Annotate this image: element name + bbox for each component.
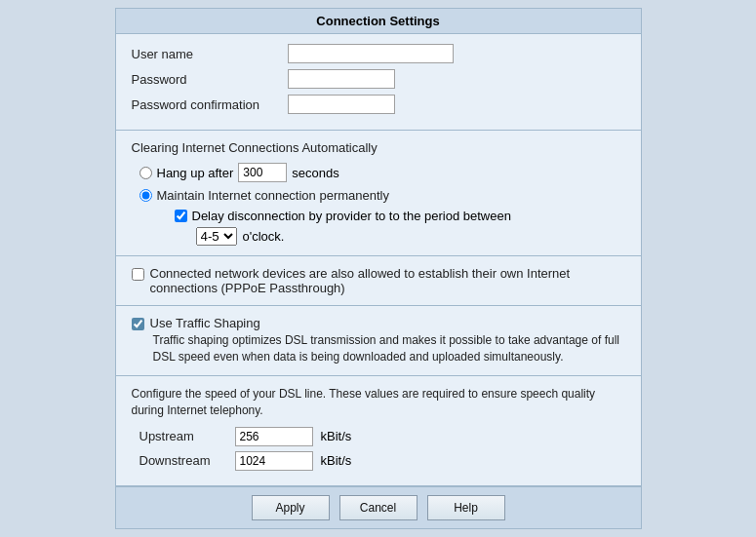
delay-time-row: 4-5 5-6 6-7 7-8 o'clock.: [196, 227, 625, 246]
hangup-radio[interactable]: [139, 167, 152, 179]
upstream-label: Upstream: [139, 429, 227, 443]
hangup-unit: seconds: [292, 166, 338, 180]
password-input[interactable]: [288, 69, 395, 89]
credentials-section: User name Password Password confirmation: [116, 34, 641, 131]
panel-title: Connection Settings: [316, 14, 439, 28]
hangup-row: Hang up after seconds: [139, 163, 625, 182]
username-label: User name: [132, 47, 288, 61]
hangup-label: Hang up after: [157, 166, 234, 180]
delay-unit: o'clock.: [243, 229, 285, 244]
maintain-radio[interactable]: [139, 189, 152, 202]
upstream-input[interactable]: [235, 427, 313, 446]
clearing-section: Clearing Internet Connections Automatica…: [116, 131, 641, 256]
passthrough-section: Connected network devices are also allow…: [116, 256, 641, 306]
password-confirm-label: Password confirmation: [132, 97, 288, 112]
upstream-unit: kBit/s: [321, 429, 352, 443]
delay-label: Delay disconnection by provider to to th…: [192, 209, 511, 223]
upstream-row: Upstream kBit/s: [139, 427, 625, 446]
hangup-input[interactable]: [238, 163, 287, 182]
password-confirm-input[interactable]: [288, 95, 395, 114]
panel-header: Connection Settings: [116, 9, 641, 34]
main-panel: Connection Settings User name Password P…: [115, 8, 642, 528]
traffic-checkbox[interactable]: [132, 318, 144, 330]
help-button[interactable]: Help: [427, 495, 505, 520]
maintain-row: Maintain Internet connection permanently: [139, 188, 625, 203]
delay-checkbox[interactable]: [175, 210, 187, 222]
traffic-checkbox-row: Use Traffic Shaping: [132, 316, 625, 330]
dsl-description: Configure the speed of your DSL line. Th…: [132, 386, 625, 419]
dsl-section: Configure the speed of your DSL line. Th…: [116, 376, 641, 486]
delay-select[interactable]: 4-5 5-6 6-7 7-8: [196, 227, 237, 246]
downstream-label: Downstream: [139, 453, 227, 468]
delay-row: Delay disconnection by provider to to th…: [175, 209, 625, 223]
downstream-row: Downstream kBit/s: [139, 451, 625, 471]
cancel-button[interactable]: Cancel: [339, 495, 418, 520]
passthrough-checkbox[interactable]: [132, 268, 144, 281]
apply-button[interactable]: Apply: [252, 495, 330, 520]
password-row: Password: [132, 69, 625, 89]
passthrough-row: Connected network devices are also allow…: [132, 266, 625, 295]
traffic-description: Traffic shaping optimizes DSL transmissi…: [153, 332, 625, 365]
username-row: User name: [132, 44, 625, 63]
password-confirm-row: Password confirmation: [132, 95, 625, 114]
connection-settings-panel: Connection Settings User name Password P…: [115, 8, 642, 528]
downstream-unit: kBit/s: [321, 453, 352, 468]
downstream-input[interactable]: [235, 451, 313, 471]
traffic-label: Use Traffic Shaping: [150, 316, 260, 330]
passthrough-label: Connected network devices are also allow…: [150, 266, 625, 295]
username-input[interactable]: [288, 44, 454, 63]
maintain-label: Maintain Internet connection permanently: [157, 188, 389, 203]
footer-buttons: Apply Cancel Help: [116, 486, 641, 528]
password-label: Password: [132, 72, 288, 87]
clearing-title: Clearing Internet Connections Automatica…: [132, 140, 625, 155]
traffic-section: Use Traffic Shaping Traffic shaping opti…: [116, 306, 641, 376]
